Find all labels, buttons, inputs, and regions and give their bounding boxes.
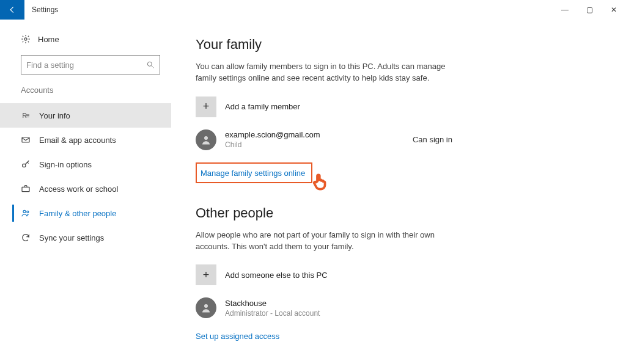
- other-user-name: Stackhouse: [225, 299, 320, 308]
- svg-rect-5: [22, 187, 29, 191]
- add-other-user[interactable]: + Add someone else to this PC: [196, 264, 608, 285]
- add-family-label: Add a family member: [225, 102, 300, 111]
- add-family-member[interactable]: + Add a family member: [196, 96, 608, 117]
- your-info-icon: R≡: [21, 111, 31, 120]
- svg-point-0: [24, 38, 27, 40]
- cursor-hand-icon: [311, 172, 330, 193]
- svg-point-6: [23, 210, 26, 213]
- sync-icon: [21, 233, 31, 242]
- content-pane: Your family You can allow family members…: [171, 20, 626, 364]
- avatar-icon: [196, 129, 216, 150]
- arrow-left-icon: [8, 5, 17, 14]
- add-other-label: Add someone else to this PC: [225, 271, 328, 280]
- sidebar-group-label: Accounts: [0, 86, 171, 103]
- people-icon: [21, 208, 31, 218]
- family-member-row[interactable]: example.scion@gmail.com Child Can sign i…: [196, 129, 575, 150]
- back-button[interactable]: [0, 0, 24, 20]
- family-member-role: Child: [225, 140, 320, 149]
- minimize-button[interactable]: —: [553, 0, 577, 20]
- other-user-row[interactable]: Stackhouse Administrator - Local account: [196, 297, 608, 318]
- sidebar-item-label: Access work or school: [39, 184, 118, 194]
- close-button[interactable]: ✕: [602, 0, 626, 20]
- svg-line-2: [152, 66, 154, 68]
- window-controls: — ▢ ✕: [553, 0, 626, 20]
- svg-point-9: [204, 304, 208, 308]
- sidebar: Home Accounts R≡ Your info Email & app a…: [0, 20, 171, 364]
- sidebar-item-label: Sync your settings: [39, 233, 104, 242]
- briefcase-icon: [21, 184, 31, 194]
- sidebar-item-label: Your info: [39, 111, 70, 120]
- family-heading: Your family: [196, 37, 608, 53]
- sidebar-item-email-accounts[interactable]: Email & app accounts: [0, 128, 171, 152]
- sidebar-item-sync-settings[interactable]: Sync your settings: [0, 225, 171, 250]
- key-icon: [21, 159, 31, 169]
- manage-family-link[interactable]: Manage family settings online: [201, 169, 305, 178]
- search-box[interactable]: [21, 55, 160, 75]
- svg-point-7: [27, 211, 29, 213]
- sidebar-item-label: Family & other people: [39, 209, 116, 218]
- other-heading: Other people: [196, 205, 608, 221]
- sidebar-item-label: Email & app accounts: [39, 136, 116, 145]
- sidebar-item-family-other[interactable]: Family & other people: [0, 201, 171, 225]
- search-icon: [146, 60, 155, 69]
- search-input[interactable]: [26, 60, 146, 70]
- other-description: Allow people who are not part of your fa…: [196, 230, 458, 253]
- family-member-email: example.scion@gmail.com: [225, 130, 320, 139]
- svg-point-1: [147, 62, 152, 66]
- maximize-button[interactable]: ▢: [577, 0, 602, 20]
- title-bar: Settings — ▢ ✕: [0, 0, 626, 20]
- family-member-status: Can sign in: [413, 135, 575, 144]
- avatar-icon: [196, 297, 216, 318]
- svg-point-4: [23, 164, 26, 167]
- window-title: Settings: [32, 5, 58, 14]
- other-user-role: Administrator - Local account: [225, 309, 320, 318]
- svg-point-8: [204, 136, 208, 140]
- sidebar-item-work-school[interactable]: Access work or school: [0, 177, 171, 201]
- assigned-access-link[interactable]: Set up assigned access: [196, 332, 279, 359]
- gear-icon: [21, 34, 31, 44]
- mail-icon: [21, 135, 31, 145]
- sidebar-home[interactable]: Home: [0, 32, 171, 55]
- sidebar-item-signin-options[interactable]: Sign-in options: [0, 152, 171, 177]
- family-description: You can allow family members to sign in …: [196, 61, 458, 84]
- sidebar-item-your-info[interactable]: R≡ Your info: [0, 103, 171, 128]
- manage-family-link-highlight: Manage family settings online: [196, 162, 312, 183]
- plus-icon: +: [196, 96, 216, 117]
- sidebar-home-label: Home: [38, 35, 59, 44]
- sidebar-item-label: Sign-in options: [39, 160, 92, 169]
- plus-icon: +: [196, 264, 216, 285]
